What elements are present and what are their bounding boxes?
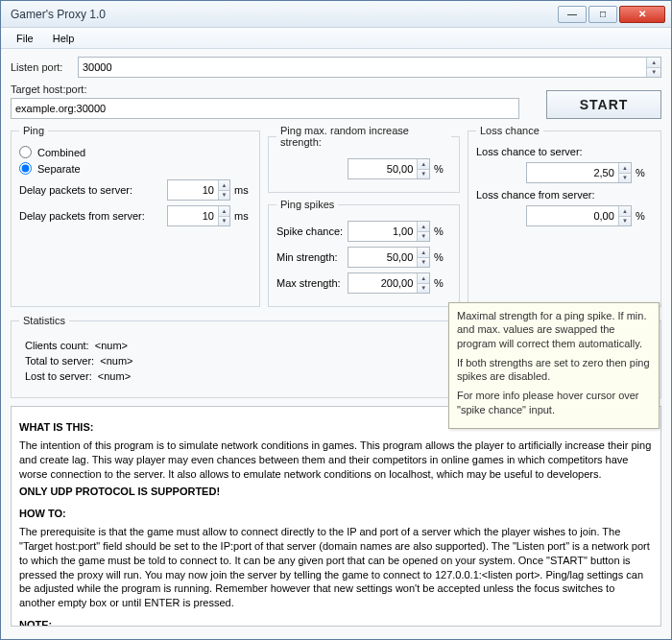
- target-label: Target host:port:: [11, 83, 540, 95]
- loss-to-label: Loss chance to server:: [476, 146, 653, 157]
- ping-max-legend: Ping max. random increase strength:: [276, 125, 451, 148]
- help-p1b: ONLY UDP PROTOCOL IS SUPPORTED!: [19, 486, 220, 497]
- ping-max-spin[interactable]: ▲▼: [417, 159, 429, 178]
- ping-max-group: Ping max. random increase strength: ▲▼ %: [268, 125, 460, 193]
- ping-combined-label: Combined: [37, 147, 85, 158]
- ping-spikes-group: Ping spikes Spike chance:▲▼% Min strengt…: [268, 199, 460, 307]
- help-p1: The intention of this program is to simu…: [19, 439, 653, 482]
- spike-chance-input[interactable]: [348, 222, 417, 241]
- target-input-wrap: [11, 98, 519, 119]
- tooltip-p1: Maximal strength for a ping spike. If mi…: [457, 309, 651, 350]
- spike-chance-label: Spike chance:: [276, 225, 348, 237]
- ping-group: Ping Combined Separate Delay packets to …: [11, 125, 260, 307]
- menubar: File Help: [1, 28, 671, 49]
- loss-from-input[interactable]: [527, 206, 618, 225]
- loss-to-spin[interactable]: ▲▼: [618, 163, 631, 182]
- delay-from-server-label: Delay packets from server:: [19, 210, 167, 222]
- stats-legend: Statistics: [19, 315, 69, 326]
- ping-legend: Ping: [19, 125, 48, 136]
- lost-to-label: Lost to server:: [25, 370, 92, 382]
- titlebar: Gamer's Proxy 1.0 — □ ✕: [1, 1, 671, 28]
- spike-max-spin[interactable]: ▲▼: [417, 273, 429, 293]
- help-h2: HOW TO:: [19, 507, 653, 521]
- delay-to-server-label: Delay packets to server:: [19, 184, 167, 196]
- spike-max-input[interactable]: [348, 273, 417, 293]
- window-title: Gamer's Proxy 1.0: [7, 8, 556, 21]
- tooltip-max-strength: Maximal strength for a ping spike. If mi…: [448, 302, 660, 429]
- delay-from-server-spin[interactable]: ▲▼: [218, 206, 229, 225]
- menu-help[interactable]: Help: [43, 31, 84, 46]
- ping-spikes-legend: Ping spikes: [276, 199, 338, 210]
- spike-chance-spin[interactable]: ▲▼: [417, 222, 429, 241]
- app-window: Gamer's Proxy 1.0 — □ ✕ File Help Listen…: [0, 0, 672, 640]
- listen-port-spinner[interactable]: ▲▼: [646, 58, 660, 77]
- menu-file[interactable]: File: [7, 31, 43, 46]
- total-to-label: Total to server:: [25, 355, 94, 367]
- ping-max-input[interactable]: [348, 159, 417, 178]
- clients-label: Clients count:: [25, 340, 89, 351]
- listen-port-label: Listen port:: [11, 61, 72, 73]
- help-h3: NOTE:: [19, 618, 653, 627]
- spike-min-label: Min strength:: [276, 251, 348, 263]
- tooltip-p2: If both strengths are set to zero then p…: [457, 356, 651, 384]
- delay-to-server-input[interactable]: [168, 180, 218, 200]
- tooltip-p3: For more info please hover cursor over "…: [457, 389, 651, 416]
- maximize-button[interactable]: □: [588, 6, 617, 23]
- listen-port-input-wrap: ▲▼: [78, 57, 661, 78]
- loss-to-input[interactable]: [527, 163, 618, 182]
- delay-from-server-input[interactable]: [168, 206, 218, 225]
- ms-unit: ms: [234, 184, 252, 196]
- spike-max-label: Max strength:: [276, 277, 348, 289]
- pct-unit: %: [434, 163, 451, 175]
- ms-unit-2: ms: [234, 210, 252, 222]
- delay-to-server-spin[interactable]: ▲▼: [218, 180, 229, 200]
- help-text-box[interactable]: WHAT IS THIS: The intention of this prog…: [11, 406, 661, 627]
- close-button[interactable]: ✕: [619, 6, 665, 23]
- total-to-value: <num>: [100, 355, 132, 367]
- start-button[interactable]: START: [546, 90, 661, 119]
- lost-to-value: <num>: [98, 370, 131, 382]
- help-p2: The prerequisite is that the game must a…: [19, 525, 653, 610]
- ping-separate-radio[interactable]: [19, 162, 32, 175]
- minimize-button[interactable]: —: [558, 6, 587, 23]
- listen-port-input[interactable]: [79, 58, 646, 77]
- loss-from-spin[interactable]: ▲▼: [618, 206, 631, 225]
- ping-combined-radio[interactable]: [19, 146, 32, 158]
- ping-separate-label: Separate: [37, 163, 81, 175]
- window-buttons: — □ ✕: [556, 6, 665, 23]
- spike-min-spin[interactable]: ▲▼: [417, 248, 429, 267]
- loss-from-label: Loss chance from server:: [476, 189, 653, 201]
- clients-value: <num>: [95, 340, 128, 351]
- loss-group: Loss chance Loss chance to server: ▲▼% L…: [468, 125, 661, 307]
- target-host-input[interactable]: [12, 99, 518, 118]
- loss-legend: Loss chance: [476, 125, 543, 136]
- spike-min-input[interactable]: [348, 248, 417, 267]
